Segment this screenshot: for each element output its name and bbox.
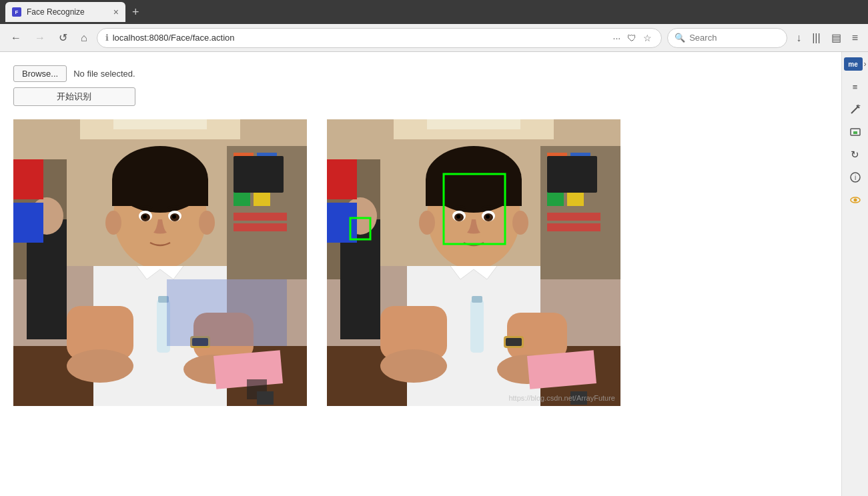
start-recognition-button[interactable]: 开始识别 — [13, 87, 135, 106]
svg-point-71 — [456, 215, 460, 219]
svg-point-18 — [67, 349, 133, 383]
sidebar-eye-button[interactable] — [846, 191, 865, 209]
active-tab[interactable]: F Face Recognize × — [5, 2, 125, 22]
address-bar-actions: ··· 🛡 ☆ — [612, 31, 654, 45]
svg-rect-47 — [427, 119, 520, 129]
detection-result-container: https://blog.csdn.net/ArrayFuture — [327, 119, 620, 406]
search-icon: 🔍 — [675, 33, 685, 43]
svg-rect-40 — [13, 159, 43, 199]
svg-text:i: i — [854, 174, 855, 181]
search-box[interactable]: 🔍 — [667, 28, 787, 48]
svg-line-87 — [858, 105, 859, 106]
svg-rect-41 — [13, 203, 43, 243]
svg-rect-78 — [506, 338, 522, 346]
svg-point-28 — [143, 215, 147, 219]
watermark-text: https://blog.csdn.net/ArrayFuture — [508, 394, 615, 402]
browser-window: F Face Recognize × + ← → ↺ ⌂ ℹ ··· 🛡 ☆ — [0, 0, 868, 496]
home-button[interactable]: ⌂ — [77, 29, 91, 47]
url-input[interactable] — [113, 33, 608, 43]
svg-rect-11 — [234, 156, 284, 193]
svg-rect-75 — [470, 299, 484, 353]
svg-point-73 — [419, 211, 435, 235]
address-bar[interactable]: ℹ ··· 🛡 ☆ — [97, 28, 663, 48]
sidebar-info-button[interactable]: i — [846, 168, 865, 187]
svg-point-31 — [199, 211, 215, 235]
svg-point-74 — [512, 211, 528, 235]
original-photo — [13, 119, 307, 406]
svg-point-94 — [853, 199, 857, 202]
svg-rect-43 — [234, 223, 287, 231]
nav-right-icons: ↓ ||| ▤ ≡ — [793, 29, 861, 46]
svg-rect-82 — [327, 203, 357, 243]
menu-button[interactable]: ≡ — [849, 30, 861, 46]
info-circle-icon: i — [850, 172, 861, 183]
nav-bar: ← → ↺ ⌂ ℹ ··· 🛡 ☆ 🔍 ↓ ||| ▤ ≡ — [0, 24, 868, 52]
browser-sidebar: me › ≡ ↻ — [841, 52, 868, 496]
svg-rect-42 — [234, 213, 287, 221]
svg-point-29 — [172, 215, 176, 219]
no-file-label: No file selected. — [73, 69, 135, 79]
tab-favicon: F — [12, 7, 21, 17]
wand-icon — [850, 104, 861, 115]
page-content: Browse... No file selected. 开始识别 — [0, 52, 868, 496]
svg-rect-66 — [426, 179, 522, 206]
me-badge: me — [844, 57, 863, 71]
images-container: https://blog.csdn.net/ArrayFuture — [13, 119, 828, 406]
svg-line-88 — [859, 105, 860, 106]
svg-rect-83 — [547, 213, 600, 221]
sidebar-refresh-button[interactable]: ↻ — [846, 145, 865, 164]
controls-area: Browse... No file selected. 开始识别 — [13, 65, 828, 106]
svg-point-72 — [486, 215, 490, 219]
tab-bar: F Face Recognize × + — [0, 0, 868, 24]
svg-rect-76 — [472, 296, 482, 303]
new-tab-button[interactable]: + — [128, 5, 143, 19]
back-button[interactable]: ← — [7, 29, 25, 47]
svg-rect-84 — [547, 223, 600, 231]
bookmark-button[interactable]: ☆ — [642, 31, 653, 45]
svg-point-61 — [380, 349, 447, 383]
svg-rect-23 — [112, 179, 208, 206]
forward-button[interactable]: → — [31, 29, 49, 47]
sidebar-arrow[interactable]: › — [864, 59, 867, 69]
download-button[interactable]: ↓ — [793, 30, 805, 46]
reader-view-button[interactable]: ▤ — [828, 29, 845, 46]
tab-title: Face Recognize — [27, 7, 85, 17]
svg-line-85 — [851, 107, 858, 113]
result-photo — [327, 119, 620, 406]
svg-rect-79 — [527, 350, 596, 389]
shield-button[interactable]: 🛡 — [626, 31, 638, 45]
main-area: Browse... No file selected. 开始识别 — [0, 52, 841, 496]
svg-rect-3 — [113, 119, 207, 129]
sidebar-menu-button[interactable]: ≡ — [846, 77, 865, 96]
sidebar-cast-button[interactable] — [846, 123, 865, 141]
svg-rect-54 — [547, 156, 597, 193]
svg-point-30 — [105, 211, 121, 235]
eye-icon — [850, 195, 861, 205]
original-image-container — [13, 119, 307, 406]
search-input[interactable] — [689, 33, 769, 43]
svg-rect-39 — [167, 279, 287, 346]
tab-close-button[interactable]: × — [113, 7, 119, 17]
controls-column: Browse... No file selected. 开始识别 — [13, 65, 135, 106]
sidebar-toggle-button[interactable]: ||| — [809, 30, 823, 46]
cast-icon — [850, 127, 861, 137]
svg-rect-38 — [257, 391, 274, 405]
more-options-button[interactable]: ··· — [612, 31, 622, 45]
browse-button[interactable]: Browse... — [13, 65, 67, 82]
svg-rect-90 — [853, 131, 857, 134]
sidebar-wand-button[interactable] — [846, 100, 865, 119]
refresh-button[interactable]: ↺ — [55, 29, 71, 47]
info-icon: ℹ — [105, 33, 109, 43]
svg-rect-81 — [327, 159, 357, 199]
